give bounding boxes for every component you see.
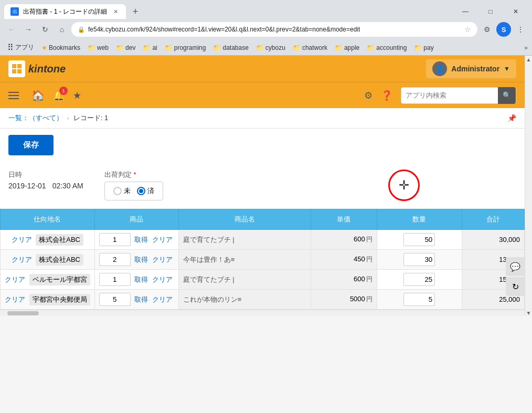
help-button[interactable]: ❓ [381,90,392,101]
product-id-input-3[interactable] [99,293,131,306]
bookmark-database[interactable]: 📁 database [210,43,251,52]
profile-button[interactable]: S [496,22,511,37]
get-button-1[interactable]: 取得 [134,256,148,263]
cell-product-1[interactable]: 取得 クリア [94,250,178,270]
bookmark-bookmarks[interactable]: ★ Bookmarks [38,43,83,52]
clear2-button-1[interactable]: クリア [152,256,173,263]
minimize-button[interactable]: — [453,4,477,19]
clear2-button-0[interactable]: クリア [152,236,173,243]
svg-rect-0 [12,64,16,68]
required-mark: * [133,171,136,178]
address-bar[interactable]: 🔒 fe54k.cybozu.com/k/924/show#record=1&l… [71,22,477,37]
radio-option-未[interactable]: 未 [113,186,131,196]
folder-icon-database: 📁 [213,44,221,51]
move-icon-circle: ✛ [388,170,420,201]
cell-product-3[interactable]: 取得 クリア [94,290,178,310]
pin-icon[interactable]: 📌 [507,114,516,122]
bookmark-apps[interactable]: ⠿ アプリ [4,41,37,54]
folder-icon-pay: 📁 [414,44,422,51]
cell-product-name-3: これが本物のリン≡ [178,290,311,310]
cell-quantity-1[interactable] [377,250,462,270]
cell-quantity-0[interactable] [377,230,462,250]
bookmark-accounting[interactable]: 📁 accounting [364,43,410,52]
bookmark-chatwork[interactable]: 📁 chatwork [290,43,331,52]
clear-button-3[interactable]: クリア [5,295,25,303]
save-button[interactable]: 保存 [8,135,54,155]
breadcrumb-list-link[interactable]: 一覧：（すべて） [8,113,63,123]
bookmark-cybozu[interactable]: 📁 cybozu [253,43,289,52]
quantity-input-1[interactable] [403,253,435,266]
clear-button-2[interactable]: クリア [5,276,25,283]
bookmarks-more-button[interactable]: » [524,44,528,51]
bookmark-web[interactable]: 📁 web [84,43,112,52]
bookmark-dev-label: dev [125,44,135,51]
notifications-button[interactable]: 🔔 1 [53,90,65,101]
svg-rect-1 [17,64,22,68]
folder-icon-programing: 📁 [165,44,173,51]
cell-clear-1[interactable]: クリア 株式会社ABC [1,250,95,270]
tab-close-button[interactable]: ✕ [111,7,120,16]
cell-clear-0[interactable]: クリア 株式会社ABC [1,230,95,250]
get-button-2[interactable]: 取得 [134,276,148,283]
cell-quantity-3[interactable] [377,290,462,310]
cell-quantity-2[interactable] [377,270,462,290]
scroll-up-button[interactable]: ▲ [526,57,531,62]
forward-button[interactable]: → [21,22,36,37]
bookmark-dev[interactable]: 📁 dev [113,43,139,52]
bookmark-apple[interactable]: 📁 apple [332,43,363,52]
product-id-input-2[interactable] [99,273,131,286]
bookmark-programing[interactable]: 📁 programing [162,43,209,52]
search-bar[interactable]: 🔍 [401,87,516,104]
browser-tab[interactable]: 出 出荷指書 - 1 - レコードの詳細 ✕ [4,4,126,19]
bookmark-database-label: database [222,44,248,51]
favorites-button[interactable]: ★ [73,90,81,101]
radio-filled-icon [137,187,145,195]
maximize-button[interactable]: □ [478,4,503,19]
quantity-input-3[interactable] [403,293,435,306]
reload-button[interactable]: ↻ [38,22,52,37]
product-id-input-1[interactable] [99,253,131,266]
scroll-down-button[interactable]: ▼ [526,310,531,316]
search-button[interactable]: 🔍 [498,87,516,104]
quantity-input-0[interactable] [403,233,435,246]
clear2-button-3[interactable]: クリア [152,295,173,303]
clear-button-0[interactable]: クリア [12,236,32,243]
product-id-input-0[interactable] [99,233,131,246]
bookmark-pay[interactable]: 📁 pay [411,43,437,52]
home-button[interactable]: ⌂ [55,22,69,37]
extensions-icon[interactable]: ⚙ [480,22,494,37]
clear2-button-2[interactable]: クリア [152,276,173,283]
cell-product-0[interactable]: 取得 クリア [94,230,178,250]
breadcrumb: 一覧：（すべて） › レコード: 1 📌 [0,108,525,129]
url-text: fe54k.cybozu.com/k/924/show#record=1&l.v… [88,26,461,33]
clear-button-1[interactable]: クリア [12,256,32,263]
horizontal-scrollbar[interactable] [0,310,525,316]
chat-sidebar-button[interactable]: 💬 [506,257,525,276]
search-input[interactable] [401,91,498,99]
cell-product-2[interactable]: 取得 クリア [94,270,178,290]
get-button-3[interactable]: 取得 [134,295,148,303]
back-button[interactable]: ← [4,22,19,37]
bookmark-ai[interactable]: 📁 ai [140,43,160,52]
col-header-単価: 単価 [311,209,377,230]
scrollbar-thumb[interactable] [7,311,39,315]
cell-clear-3[interactable]: クリア 宇都宮中央郵便局 [1,290,95,310]
cell-clear-2[interactable]: クリア ベルモール宇都宮 [1,270,95,290]
quantity-input-2[interactable] [403,273,435,286]
home-button[interactable]: 🏠 [31,89,45,102]
admin-name: Administrator [451,65,499,73]
radio-option-済[interactable]: 済 [137,186,154,196]
get-button-0[interactable]: 取得 [134,236,148,243]
bookmark-cybozu-label: cybozu [265,44,285,51]
date-label: 日時 [8,170,83,179]
settings-button[interactable]: ⚙ [364,90,373,101]
menu-button[interactable] [8,88,23,103]
menu-button[interactable]: ⋮ [513,22,528,37]
radio-group-shipping[interactable]: 未 済 [104,182,163,200]
new-tab-button[interactable]: + [128,4,143,19]
close-button[interactable]: ✕ [504,4,528,19]
bookmark-star-icon[interactable]: ☆ [464,25,471,34]
cell-product-name-2: 庭で育てたブチ | [178,270,311,290]
refresh-sidebar-button[interactable]: ↻ [506,277,525,296]
admin-area[interactable]: 👤 Administrator ▼ [426,59,516,78]
